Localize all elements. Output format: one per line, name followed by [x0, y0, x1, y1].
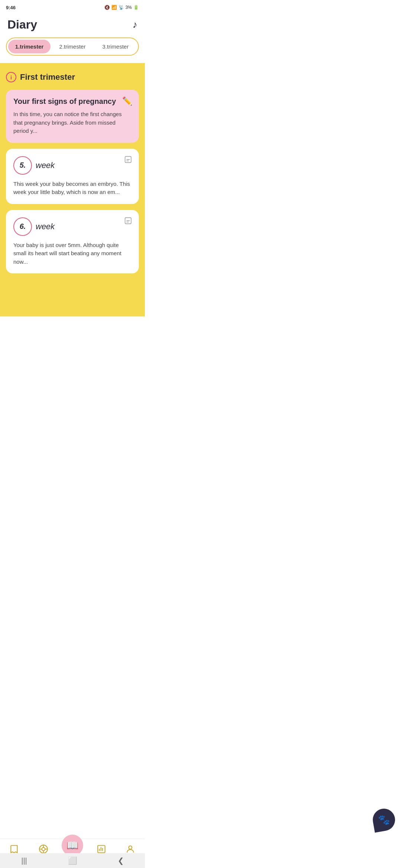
section-title-text: First trimester	[20, 72, 75, 82]
signal-icon: 📡	[118, 5, 124, 10]
featured-card-text: In this time, you can notice the first c…	[13, 110, 131, 135]
wifi-icon: 📶	[111, 5, 117, 10]
week6-number: 6.	[13, 217, 32, 236]
trimester-tab-bar: 1.trimester 2.trimester 3.trimester	[6, 37, 139, 56]
week6-card: 6. week Your baby is just over 5mm. Alth…	[6, 210, 139, 274]
week6-header: 6. week	[13, 217, 131, 236]
week5-label: week	[36, 161, 55, 170]
content-section: i First trimester Your first signs of pr…	[0, 63, 145, 316]
week5-number: 5.	[13, 156, 32, 175]
battery-text: 3%	[125, 5, 132, 10]
featured-card-title: Your first signs of pregnancy	[13, 97, 131, 106]
header: Diary ♪	[0, 13, 145, 37]
tab-3trimester[interactable]: 3.trimester	[94, 40, 137, 53]
week5-card: 5. week This week your baby becomes an e…	[6, 149, 139, 204]
week5-text: This week your baby becomes an embryo. T…	[13, 180, 131, 197]
page-title: Diary	[7, 18, 37, 32]
status-time: 9:46	[6, 5, 16, 10]
tab-2trimester[interactable]: 2.trimester	[51, 40, 94, 53]
tab-1trimester[interactable]: 1.trimester	[8, 40, 50, 53]
section-header: i First trimester	[6, 72, 139, 82]
week6-label: week	[36, 222, 55, 231]
mute-icon: 🔇	[104, 5, 110, 10]
featured-card: Your first signs of pregnancy ✏️ In this…	[6, 90, 139, 143]
status-bar: 9:46 🔇 📶 📡 3% 🔋	[0, 0, 145, 13]
week6-text: Your baby is just over 5mm. Although qui…	[13, 241, 131, 266]
music-icon[interactable]: ♪	[133, 19, 137, 30]
battery-icon: 🔋	[133, 5, 139, 10]
status-icons: 🔇 📶 📡 3% 🔋	[104, 5, 139, 10]
week5-edit-icon[interactable]	[124, 155, 132, 165]
week5-header: 5. week	[13, 156, 131, 175]
week6-edit-icon[interactable]	[124, 217, 132, 227]
featured-edit-icon[interactable]: ✏️	[122, 96, 132, 106]
info-icon: i	[6, 72, 16, 82]
